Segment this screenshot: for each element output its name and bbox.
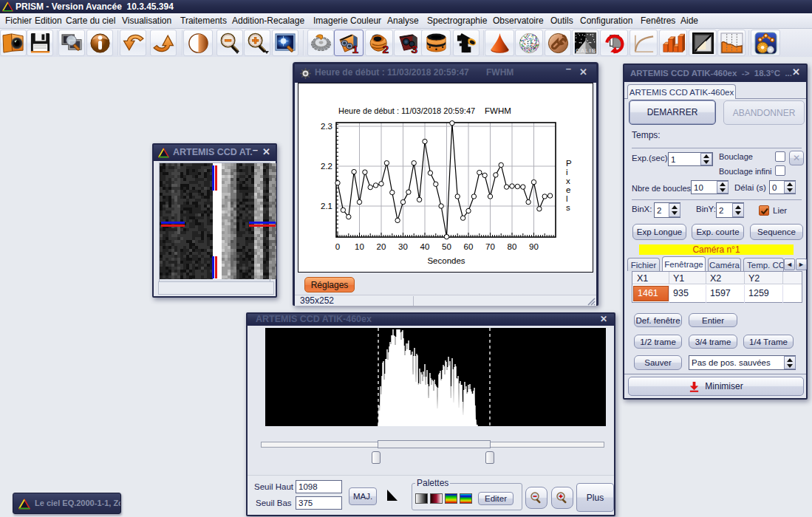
svg-text:x: x xyxy=(566,177,570,185)
svg-text:s: s xyxy=(566,203,570,212)
svg-text:2: 2 xyxy=(382,43,389,55)
svg-text:Heure de début : 11/03/2018 20: Heure de début : 11/03/2018 20:59:47 xyxy=(338,106,475,115)
svg-text:2.3: 2.3 xyxy=(321,122,332,131)
svg-text:50: 50 xyxy=(442,242,451,251)
svg-text:80: 80 xyxy=(508,242,517,251)
svg-text:e: e xyxy=(566,185,570,194)
svg-text:2.2: 2.2 xyxy=(321,162,332,171)
svg-text:10: 10 xyxy=(355,242,364,251)
svg-text:60: 60 xyxy=(464,242,474,251)
svg-text:P: P xyxy=(566,159,572,168)
svg-text:FWHM: FWHM xyxy=(485,106,511,115)
svg-text:40: 40 xyxy=(420,242,430,251)
svg-text:CALIB: CALIB xyxy=(575,47,595,54)
svg-text:Secondes: Secondes xyxy=(427,256,465,265)
svg-text:1: 1 xyxy=(352,43,358,55)
svg-text:l: l xyxy=(566,194,568,203)
svg-text:0: 0 xyxy=(335,242,340,251)
svg-text:90: 90 xyxy=(529,242,539,251)
svg-text:i: i xyxy=(566,168,568,177)
svg-text:2.1: 2.1 xyxy=(321,202,332,210)
svg-text:30: 30 xyxy=(398,242,408,251)
svg-text:20: 20 xyxy=(377,242,386,251)
svg-text:3: 3 xyxy=(411,43,417,55)
svg-text:70: 70 xyxy=(485,242,495,251)
